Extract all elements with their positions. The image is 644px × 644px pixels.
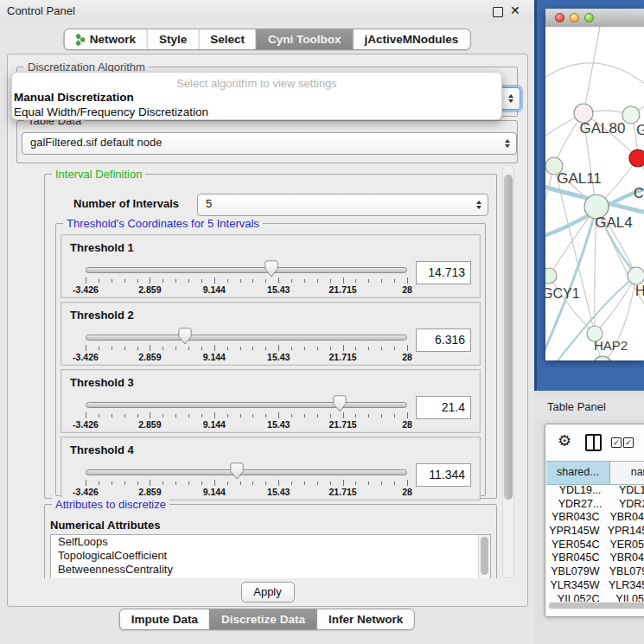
tick-label: 15.43	[267, 419, 290, 430]
network-canvas[interactable]: GAL80GAGAL11CGAL4GCY1HHAP2	[545, 27, 644, 360]
table-row[interactable]: YBR045CYBR045C	[546, 552, 644, 565]
slider-track[interactable]	[86, 335, 407, 341]
zoom-traffic-light-icon[interactable]	[584, 13, 594, 22]
slider-thumb[interactable]	[178, 328, 192, 345]
settings-scrollbar-thumb[interactable]	[504, 175, 513, 500]
threshold-slider[interactable]	[86, 263, 407, 277]
settings-scrollbar[interactable]	[502, 165, 514, 578]
threshold-slider[interactable]	[86, 465, 407, 479]
threshold-value-field[interactable]: 11.344	[416, 463, 471, 487]
tab-jactivemnodules[interactable]: jActiveMNodules	[353, 29, 470, 49]
table-row[interactable]: YDL19...YDL19	[546, 484, 644, 498]
slider-ticks	[86, 345, 407, 352]
network-node[interactable]	[629, 150, 644, 167]
table-data-value: galFiltered.sif default node	[30, 136, 162, 149]
cell-name[interactable]: YPR145W	[603, 525, 644, 539]
cell-name[interactable]: YBL079W	[604, 565, 644, 579]
slider-track[interactable]	[86, 402, 407, 408]
cyni-toolbox-panel: Discretization Algorithm Select algorith…	[7, 54, 528, 607]
table-row[interactable]: YPR145WYPR145W	[546, 525, 644, 539]
cell-name[interactable]: YBR043C	[604, 511, 644, 525]
attribute-item[interactable]: TopologicalCoefficient	[51, 549, 490, 563]
network-window: GAL80GAGAL11CGAL4GCY1HHAP2	[545, 9, 644, 360]
tick-mark	[304, 414, 305, 418]
network-edge[interactable]	[583, 27, 601, 113]
tab-select[interactable]: Select	[198, 29, 256, 49]
slider-thumb[interactable]	[265, 260, 278, 277]
cell-shared-name[interactable]: YLR345W	[546, 579, 603, 593]
tick-mark	[291, 279, 292, 283]
tab-style[interactable]: Style	[147, 29, 198, 49]
split-columns-icon[interactable]	[585, 434, 602, 451]
table-row[interactable]: YER054CYER054C	[546, 539, 644, 552]
cell-name[interactable]: YLR345W	[603, 579, 644, 593]
cell-shared-name[interactable]: YER054C	[546, 539, 604, 552]
network-edge[interactable]	[545, 63, 644, 87]
table-row[interactable]: YBL079WYBL079W	[546, 565, 644, 579]
slider-thumb[interactable]	[333, 395, 347, 412]
threshold-slider[interactable]	[86, 398, 407, 411]
column-header-name[interactable]: name	[610, 462, 644, 484]
cell-shared-name[interactable]: YDR27...	[546, 498, 614, 512]
tick-mark	[188, 414, 189, 418]
close-icon[interactable]: ✕	[510, 3, 520, 17]
table-row[interactable]: YDR27...YDR27	[546, 498, 644, 512]
attribute-item[interactable]: BetweennessCentrality	[51, 563, 490, 577]
tick-mark	[201, 481, 202, 485]
minimize-traffic-light-icon[interactable]	[570, 13, 579, 22]
tick-mark	[381, 279, 382, 283]
tick-mark	[394, 279, 395, 283]
threshold-value-field[interactable]: 6.316	[416, 328, 471, 352]
attributes-scrollbar-thumb[interactable]	[481, 537, 488, 575]
dropdown-option-manual[interactable]: Manual Discretization	[12, 90, 501, 105]
number-of-intervals-combobox[interactable]: 5	[197, 194, 488, 216]
cell-shared-name[interactable]: YPR145W	[546, 525, 603, 539]
slider-track[interactable]	[86, 267, 407, 273]
bottom-tab-infer-network[interactable]: Infer Network	[316, 609, 414, 629]
cell-shared-name[interactable]: YDL19...	[546, 484, 614, 498]
network-window-titlebar[interactable]	[545, 9, 644, 28]
threshold-value-field[interactable]: 14.713	[416, 261, 471, 284]
table-row[interactable]: YBR043CYBR043C	[546, 511, 644, 525]
apply-button[interactable]: Apply	[241, 582, 295, 603]
close-traffic-light-icon[interactable]	[555, 13, 564, 22]
table-data-combobox[interactable]: galFiltered.sif default node	[22, 132, 517, 155]
cell-name[interactable]: YDR27	[614, 498, 644, 512]
checkbox-checked-icon[interactable]: ✓	[623, 437, 634, 448]
threshold-slider[interactable]	[86, 330, 407, 344]
tab-network[interactable]: Network	[65, 29, 147, 49]
dropdown-option-equal-width[interactable]: Equal Width/Frequency Discretization	[12, 105, 501, 119]
numerical-attributes-list[interactable]: SelfLoopsTopologicalCoefficientBetweenne…	[50, 534, 491, 578]
cell-name[interactable]: YDL19	[614, 484, 644, 498]
column-header-shared-name[interactable]: shared...	[546, 462, 610, 484]
attribute-item[interactable]: SelfLoops	[51, 535, 490, 549]
float-window-icon[interactable]	[493, 7, 503, 17]
network-edge[interactable]	[554, 166, 595, 334]
network-node[interactable]	[628, 267, 644, 284]
tick-label: 21.715	[329, 352, 357, 362]
slider-thumb[interactable]	[230, 462, 244, 480]
table-hscrollbar[interactable]	[548, 602, 644, 609]
network-node-label: GCY1	[545, 286, 580, 301]
network-node-label: GA	[636, 122, 644, 138]
attributes-scrollbar[interactable]	[478, 535, 490, 578]
tab-label: Select	[210, 33, 245, 46]
bottom-tab-impute-data[interactable]: Impute Data	[120, 609, 209, 629]
cell-shared-name[interactable]: YBR043C	[546, 511, 604, 525]
cell-shared-name[interactable]: YBR045C	[546, 552, 604, 565]
threshold-value-field[interactable]: 21.4	[416, 396, 471, 419]
network-node-label: GAL80	[580, 120, 626, 137]
cell-name[interactable]: YER054C	[604, 539, 644, 552]
tab-cyni-toolbox[interactable]: Cyni Toolbox	[256, 29, 353, 49]
bottom-tab-discretize-data[interactable]: Discretize Data	[209, 609, 316, 629]
tick-label: 21.715	[329, 419, 357, 430]
checkbox-checked-icon[interactable]: ✓	[611, 437, 622, 448]
slider-track[interactable]	[86, 469, 407, 475]
table-hscrollbar-thumb[interactable]	[549, 603, 644, 609]
table-row[interactable]: YLR345WYLR345W	[546, 579, 644, 593]
network-node[interactable]	[545, 268, 557, 284]
tick-mark	[227, 481, 228, 485]
gear-icon[interactable]: ⚙	[558, 431, 571, 450]
cell-name[interactable]: YBR045C	[604, 552, 644, 565]
cell-shared-name[interactable]: YBL079W	[546, 565, 604, 579]
